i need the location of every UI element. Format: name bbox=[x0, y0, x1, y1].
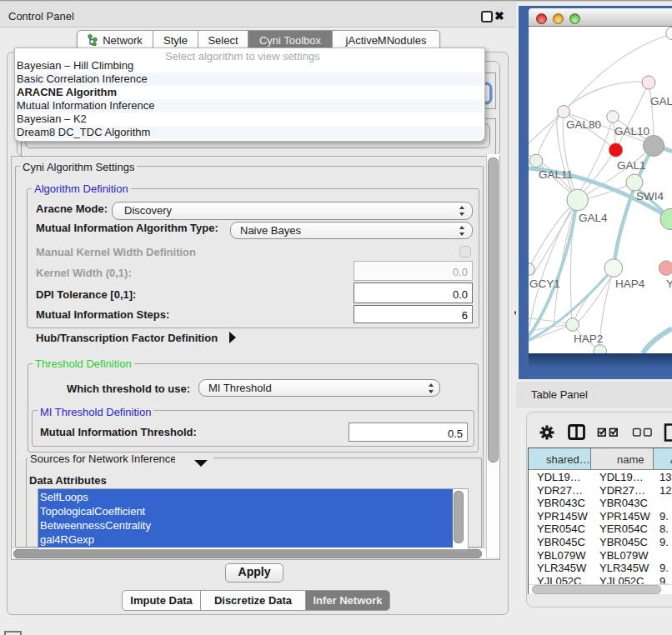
svg-text:HAP2: HAP2 bbox=[574, 332, 603, 345]
svg-text:GAL4: GAL4 bbox=[579, 212, 608, 224]
svg-text:HAP4: HAP4 bbox=[615, 278, 645, 290]
svg-text:GCY1: GCY1 bbox=[529, 278, 560, 290]
svg-text:GAL10: GAL10 bbox=[614, 125, 649, 138]
svg-text:GAL1: GAL1 bbox=[617, 159, 646, 172]
svg-text:Y: Y bbox=[666, 278, 672, 290]
svg-text:GAL: GAL bbox=[650, 95, 672, 108]
svg-text:SWI4: SWI4 bbox=[636, 190, 664, 202]
svg-text:GAL11: GAL11 bbox=[539, 168, 573, 181]
svg-text:GAL80: GAL80 bbox=[566, 118, 601, 131]
